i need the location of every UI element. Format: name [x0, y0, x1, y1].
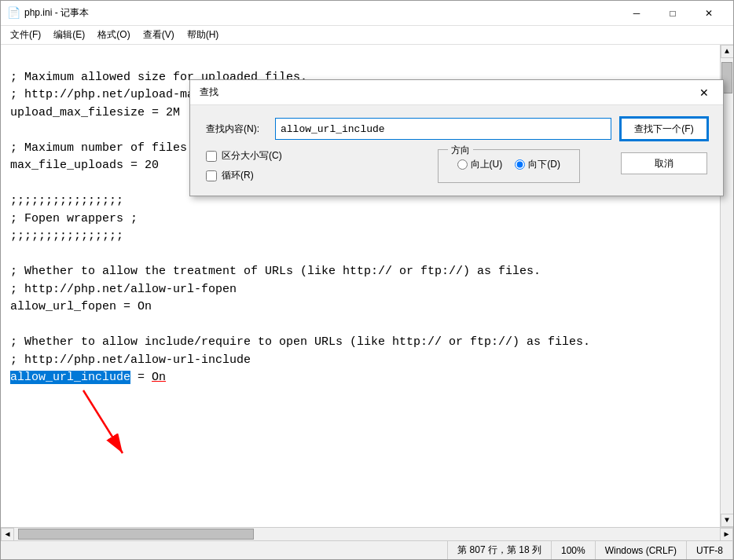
minimize-button[interactable]: ─ [618, 1, 655, 26]
line-6: max_file_uploads = 20 [10, 159, 159, 172]
radio-down-item[interactable]: 向下(D) [515, 158, 560, 171]
menu-view[interactable]: 查看(V) [137, 27, 181, 43]
search-label: 查找内容(N): [206, 123, 269, 136]
line-17: ; http://php.net/allow-url-include [10, 353, 251, 367]
app-icon: 📄 [7, 7, 20, 20]
search-row: 查找内容(N): 查找下一个(F) [206, 118, 707, 140]
status-empty [1, 541, 448, 559]
case-sensitive-checkbox-item[interactable]: 区分大小写(C) [206, 149, 391, 163]
line-13: ; http://php.net/allow-url-fopen [10, 283, 237, 296]
line-16: ; Whether to allow include/require to op… [10, 335, 590, 349]
value-on: On [152, 371, 166, 384]
radio-up-label: 向上(U) [471, 158, 503, 171]
scroll-track-horizontal[interactable] [14, 528, 720, 540]
menu-bar: 文件(F) 编辑(E) 格式(O) 查看(V) 帮助(H) [1, 26, 733, 45]
radio-up[interactable] [457, 159, 468, 170]
scroll-up-arrow[interactable]: ▲ [721, 45, 734, 58]
checkboxes-area: 区分大小写(C) 循环(R) [206, 149, 391, 182]
menu-help[interactable]: 帮助(H) [181, 27, 226, 43]
options-row: 区分大小写(C) 循环(R) 方向 向上(U) [206, 149, 707, 183]
window-controls: ─ □ ✕ [618, 1, 727, 26]
loop-checkbox-item[interactable]: 循环(R) [206, 169, 391, 182]
loop-checkbox[interactable] [206, 170, 217, 181]
cancel-area: 取消 [611, 149, 707, 174]
cancel-button[interactable]: 取消 [621, 152, 707, 174]
main-window: 📄 php.ini - 记事本 ─ □ ✕ 文件(F) 编辑(E) 格式(O) … [0, 0, 734, 560]
scroll-right-arrow[interactable]: ▶ [720, 528, 733, 541]
case-sensitive-checkbox[interactable] [206, 151, 217, 162]
find-next-button[interactable]: 查找下一个(F) [621, 118, 707, 140]
line-14: allow_url_fopen = On [10, 300, 152, 313]
case-sensitive-label: 区分大小写(C) [222, 149, 282, 163]
title-bar: 📄 php.ini - 记事本 ─ □ ✕ [1, 1, 733, 26]
status-line-ending: Windows (CRLF) [596, 541, 687, 559]
line-18: allow_url_include = On [10, 371, 166, 384]
horizontal-scrollbar[interactable]: ◀ ▶ [1, 527, 733, 540]
dialog-title-bar: 查找 ✕ [190, 80, 723, 105]
scroll-down-arrow[interactable]: ▼ [721, 514, 734, 527]
direction-box: 方向 向上(U) 向下(D) [438, 149, 580, 183]
line-12: ; Whether to allow the treatment of URLs… [10, 265, 541, 278]
line-10: ;;;;;;;;;;;;;;;; [10, 229, 123, 243]
radio-down[interactable] [515, 159, 525, 170]
radio-down-label: 向下(D) [528, 158, 560, 171]
maximize-button[interactable]: □ [655, 1, 691, 26]
status-bar: 第 807 行，第 18 列 100% Windows (CRLF) UTF-8 [1, 540, 733, 559]
line-9: ; Fopen wrappers ; [10, 212, 138, 225]
menu-file[interactable]: 文件(F) [4, 27, 47, 43]
scroll-thumb-horizontal[interactable] [18, 529, 254, 540]
scroll-left-arrow[interactable]: ◀ [1, 528, 14, 541]
status-zoom: 100% [552, 541, 596, 559]
status-encoding: UTF-8 [687, 541, 733, 559]
menu-edit[interactable]: 编辑(E) [47, 27, 91, 43]
direction-legend: 方向 [448, 144, 473, 157]
radio-up-item[interactable]: 向上(U) [457, 158, 503, 171]
status-position: 第 807 行，第 18 列 [448, 541, 552, 559]
highlighted-text: allow_url_include [10, 371, 130, 384]
dialog-close-button[interactable]: ✕ [695, 83, 714, 102]
loop-label: 循环(R) [222, 169, 254, 182]
menu-format[interactable]: 格式(O) [91, 27, 136, 43]
direction-area: 方向 向上(U) 向下(D) [391, 149, 611, 183]
search-input[interactable] [275, 118, 611, 140]
close-button[interactable]: ✕ [691, 1, 727, 26]
line-8: ;;;;;;;;;;;;;;;; [10, 194, 123, 207]
line-3: upload_max_filesize = 2M [10, 106, 180, 119]
find-dialog: 查找 ✕ 查找内容(N): 查找下一个(F) 区分大小写(C) [189, 79, 724, 196]
dialog-title: 查找 [200, 86, 695, 99]
dialog-body: 查找内容(N): 查找下一个(F) 区分大小写(C) 循环(R) [190, 105, 723, 196]
window-title: php.ini - 记事本 [24, 6, 618, 20]
